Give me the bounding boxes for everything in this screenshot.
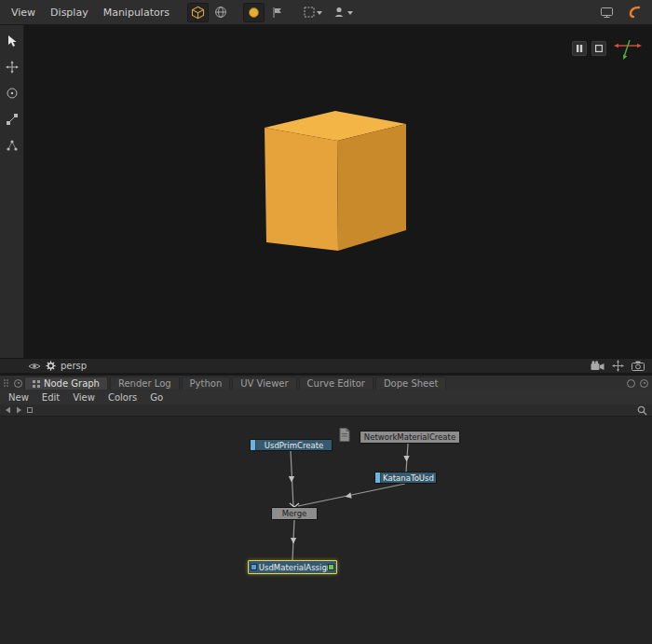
marquee-select-icon [303, 6, 323, 19]
search-icon[interactable] [637, 405, 647, 416]
foundry-button[interactable] [623, 3, 645, 22]
node-color-tag [375, 473, 381, 483]
camera-name-label[interactable]: persp [61, 361, 87, 371]
history-forward-icon[interactable] [16, 406, 22, 414]
tab-uv-viewer[interactable]: UV Viewer [232, 377, 296, 390]
bookmark-icon[interactable] [27, 407, 33, 413]
pane-grip-handle[interactable] [4, 379, 8, 387]
ng-menu-edit[interactable]: Edit [35, 391, 66, 404]
cube-display-button[interactable] [187, 3, 209, 22]
menu-manipulators[interactable]: Manipulators [97, 4, 176, 21]
manipulator-toolbar [0, 25, 24, 358]
gear-icon[interactable] [46, 361, 56, 371]
rotate-tool-button[interactable] [3, 85, 21, 102]
node-usdprimcreate[interactable]: UsdPrimCreate [250, 439, 333, 451]
viewer-pane [0, 25, 652, 358]
file-icon [337, 427, 352, 443]
viewer-menubar: View Display Manipulators [0, 0, 652, 25]
select-tool-button[interactable] [3, 33, 21, 49]
ng-menu-go[interactable]: Go [143, 391, 170, 404]
tabbar-right-icons [627, 379, 648, 388]
node-label: UsdPrimCreate [259, 441, 323, 450]
movie-camera-icon[interactable] [591, 361, 604, 371]
katana-window: View Display Manipulators [0, 0, 652, 644]
pan-arrows-icon[interactable] [612, 360, 624, 372]
pause-button[interactable] [572, 41, 587, 56]
pane-menu-icon[interactable] [14, 379, 22, 388]
node-label: Merge [282, 509, 307, 518]
tab-python[interactable]: Python [182, 377, 231, 390]
flag-icon [271, 7, 283, 19]
light-icon [248, 7, 260, 19]
snap-tool-button[interactable] [3, 137, 21, 154]
tab-label: Python [190, 378, 223, 389]
pane-settings-icon[interactable] [627, 379, 635, 388]
cube-right-face [337, 124, 406, 251]
translate-tool-button[interactable] [3, 59, 21, 75]
globe-display-button[interactable] [211, 3, 232, 22]
viewport-controls [572, 36, 645, 61]
marquee-select-dropdown[interactable] [299, 3, 327, 22]
ng-menu-view[interactable]: View [66, 391, 102, 404]
scale-icon [6, 113, 19, 126]
node-label: KatanaToUsd [377, 473, 434, 483]
tab-label: Dope Sheet [384, 378, 438, 389]
monitor-button[interactable] [596, 3, 618, 22]
axis-gizmo-icon[interactable] [611, 36, 645, 61]
node-graph-tab-icon [33, 380, 40, 388]
ng-menu-colors[interactable]: Colors [102, 391, 143, 404]
node-usdmaterialassign[interactable]: UsdMaterialAssign [248, 560, 337, 574]
node-graph-menubar: New Edit View Colors Go [0, 391, 652, 404]
pane-close-icon[interactable] [640, 379, 648, 388]
3d-viewport[interactable] [24, 25, 652, 358]
translate-icon [6, 61, 19, 74]
camera-icon[interactable] [632, 361, 645, 371]
ng-menu-new[interactable]: New [2, 391, 35, 404]
cube-front-face [265, 128, 338, 251]
node-view-flag[interactable] [251, 564, 257, 570]
tab-label: UV Viewer [240, 378, 288, 389]
viewport-statusbar-right [591, 360, 645, 372]
rotate-icon [6, 87, 19, 100]
node-merge[interactable]: Merge [271, 507, 318, 520]
tab-render-log[interactable]: Render Log [110, 377, 180, 390]
monitor-icon [600, 7, 614, 19]
user-dropdown[interactable] [329, 3, 359, 22]
snap-icon [6, 139, 19, 152]
tab-dope-sheet[interactable]: Dope Sheet [375, 377, 446, 390]
select-cursor-icon [7, 34, 18, 48]
node-graph-toolbar [0, 404, 652, 417]
stop-button[interactable] [591, 41, 606, 56]
node-color-tag [251, 440, 256, 450]
panel-tabbar: Node Graph Render Log Python UV Viewer C… [0, 376, 652, 391]
lighting-toggle-button[interactable] [243, 3, 265, 22]
scale-tool-button[interactable] [3, 111, 21, 128]
user-icon [333, 6, 355, 19]
shading-toggle-button[interactable] [266, 3, 288, 22]
node-graph-canvas[interactable]: UsdPrimCreate NetworkMaterialCreate Kata… [0, 417, 652, 644]
history-back-icon[interactable] [5, 406, 11, 414]
node-katanatousd[interactable]: KatanaToUsd [374, 472, 437, 484]
tab-label: Render Log [118, 378, 171, 389]
tab-curve-editor[interactable]: Curve Editor [299, 377, 374, 390]
menu-view[interactable]: View [5, 4, 42, 21]
node-networkmaterialcreate[interactable]: NetworkMaterialCreate [360, 431, 460, 444]
node-edit-flag[interactable] [328, 564, 334, 570]
globe-icon [214, 6, 227, 19]
tab-label: Curve Editor [307, 378, 365, 389]
tab-node-graph[interactable]: Node Graph [24, 377, 108, 390]
eye-icon[interactable] [28, 362, 41, 371]
tab-label: Node Graph [44, 378, 100, 389]
stop-icon [595, 45, 603, 52]
cube-display-icon [191, 6, 205, 20]
menu-display[interactable]: Display [44, 4, 95, 21]
node-label: UsdMaterialAssign [253, 563, 332, 572]
viewport-statusbar: persp [0, 358, 652, 373]
pause-icon [576, 45, 583, 52]
node-label: NetworkMaterialCreate [364, 432, 455, 442]
foundry-icon [627, 6, 642, 19]
cube-geometry [24, 25, 652, 358]
